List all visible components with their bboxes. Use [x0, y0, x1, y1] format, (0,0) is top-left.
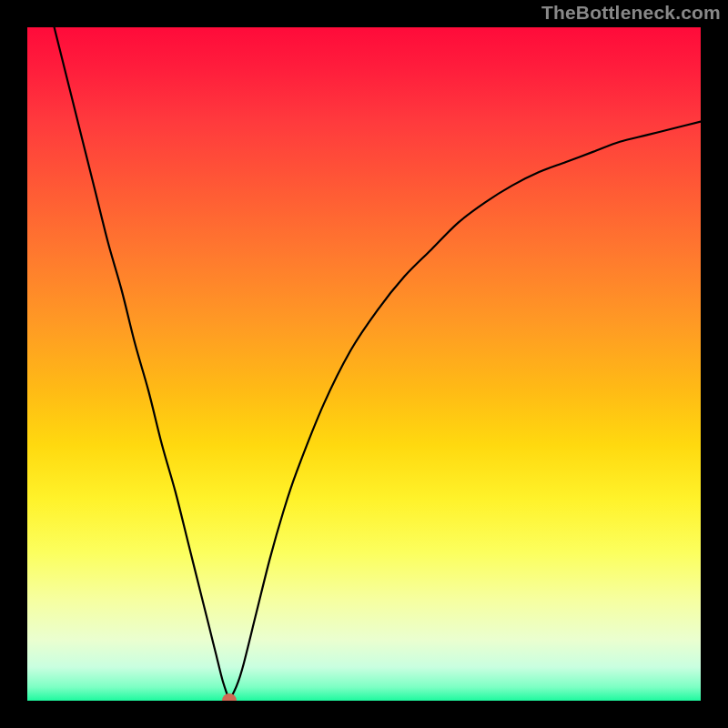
chart-frame: TheBottleneck.com	[0, 0, 728, 728]
watermark-text: TheBottleneck.com	[541, 2, 721, 24]
minimum-marker-icon	[222, 693, 237, 701]
plot-area	[27, 27, 701, 701]
bottleneck-curve	[27, 27, 701, 701]
